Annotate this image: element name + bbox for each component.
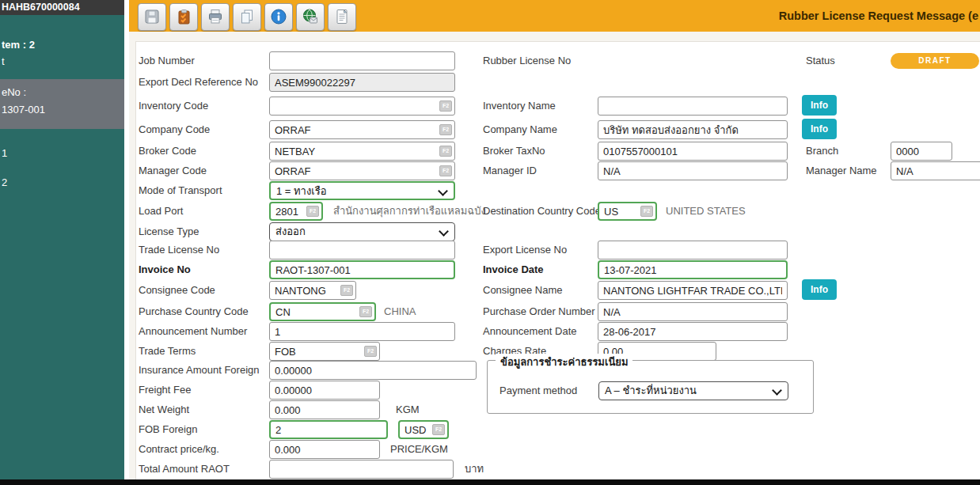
validate-clipboard-icon	[175, 8, 192, 25]
broker-code-input[interactable]	[270, 142, 454, 160]
company-info-button[interactable]: Info	[802, 119, 837, 139]
manager-id-input[interactable]	[598, 162, 787, 180]
info-icon[interactable]	[264, 3, 293, 31]
consignee-code-field: F2	[269, 281, 356, 300]
toolbar: Rubber License Request Message (e	[129, 0, 980, 32]
contract-price-input[interactable]	[270, 441, 379, 458]
f2-lookup-button[interactable]: F2	[364, 346, 377, 357]
send-message-icon	[302, 8, 319, 25]
fob-currency-field: F2	[398, 420, 449, 439]
consignee-info-button[interactable]: Info	[802, 279, 837, 300]
f2-lookup-button[interactable]: F2	[439, 165, 452, 176]
branch-input[interactable]	[891, 142, 952, 160]
broker-taxno-label: Broker TaxNo	[483, 142, 545, 161]
sidebar-item-2[interactable]: 2	[0, 176, 7, 188]
chevron-down-icon	[439, 226, 449, 237]
purchase-order-label: Purchase Order Number	[483, 302, 595, 321]
print-icon[interactable]	[201, 3, 230, 31]
broker-taxno-input[interactable]	[598, 142, 787, 160]
company-name-input[interactable]	[598, 121, 787, 138]
license-type-select[interactable]: ส่งออก	[269, 222, 455, 241]
fob-foreign-input[interactable]	[271, 422, 386, 438]
f2-lookup-button[interactable]: F2	[640, 206, 653, 217]
manager-code-label: Manager Code	[139, 161, 207, 180]
purchase-order-input[interactable]	[598, 303, 787, 320]
chevron-down-icon	[772, 385, 782, 396]
consignee-name-input[interactable]	[598, 282, 787, 299]
branch-field	[891, 142, 952, 161]
company-name-field	[598, 120, 788, 139]
invoice-no-input[interactable]	[271, 262, 454, 278]
invoice-date-input[interactable]	[599, 262, 786, 278]
broker-taxno-field	[598, 142, 788, 161]
sidebar-selected-line2: 1307-001	[2, 104, 45, 116]
freight-fee-input[interactable]	[270, 381, 379, 399]
trade-license-no-field	[269, 241, 455, 260]
save-icon	[143, 8, 161, 25]
destination-country-label: Destination Country Code	[483, 202, 601, 221]
trade-terms-input[interactable]	[270, 343, 379, 360]
trade-terms-field: F2	[269, 342, 380, 361]
destination-country-field: F2	[598, 202, 657, 221]
job-number-input[interactable]	[270, 52, 454, 70]
row-load-port: Load Port F2 สำนักงานศุลกากรท่าเรือแหลมฉ…	[129, 202, 980, 221]
row-inventory: Inventory Code F2 Inventory Name Info	[129, 97, 980, 116]
trade-terms-label: Trade Terms	[139, 342, 196, 361]
freight-fee-label: Freight Fee	[139, 381, 191, 400]
invoice-date-field	[598, 260, 788, 279]
manager-code-input[interactable]	[270, 162, 454, 180]
total-amount-input[interactable]	[270, 460, 453, 478]
company-code-input[interactable]	[270, 121, 454, 138]
f2-lookup-button[interactable]: F2	[432, 424, 445, 435]
announcement-date-input[interactable]	[598, 323, 787, 340]
send-message-icon[interactable]	[296, 3, 325, 31]
announcement-date-label: Announcement Date	[483, 322, 577, 341]
sidebar: HAHB670000084 tem : 2 t eNo : 1307-001 1…	[0, 0, 124, 479]
row-purchase-country: Purchase Country Code F2 CHINA Purchase …	[129, 302, 980, 321]
copy-icon[interactable]	[233, 3, 261, 31]
document-list-icon[interactable]	[328, 3, 356, 31]
save-icon[interactable]	[138, 3, 166, 31]
row-license-type: License Type ส่งออก	[129, 222, 980, 241]
announcement-number-field	[269, 322, 455, 341]
row-job-number: Job Number Rubber License No Status DRAF…	[129, 51, 980, 70]
mode-of-transport-select[interactable]: 1 = ทางเรือ	[269, 181, 455, 200]
total-amount-field	[269, 460, 454, 479]
inventory-info-button[interactable]: Info	[802, 95, 837, 116]
trade-license-no-input[interactable]	[270, 241, 454, 259]
license-type-label: License Type	[139, 222, 199, 241]
payment-method-select[interactable]: A – ชำระที่หน่วยงาน	[598, 381, 788, 400]
row-invoice: Invoice No Invoice Date	[129, 260, 980, 279]
payment-section: ข้อมูลการชำระค่าธรรมเนียม Payment method…	[487, 360, 814, 414]
f2-lookup-button[interactable]: F2	[340, 285, 353, 296]
f2-lookup-button[interactable]: F2	[306, 206, 319, 217]
inventory-code-input[interactable]	[270, 97, 454, 115]
inventory-code-field: F2	[269, 97, 455, 116]
consignee-code-label: Consignee Code	[139, 281, 215, 300]
f2-lookup-button[interactable]: F2	[359, 306, 372, 317]
invoice-no-label: Invoice No	[139, 260, 191, 279]
broker-code-field: F2	[269, 142, 455, 161]
sidebar-selected-invoice[interactable]: eNo : 1307-001	[0, 79, 124, 129]
inventory-code-label: Inventory Code	[139, 97, 208, 116]
manager-name-input[interactable]	[891, 162, 980, 180]
f2-lookup-button[interactable]: F2	[439, 124, 452, 135]
net-weight-input[interactable]	[270, 401, 379, 419]
inventory-name-input[interactable]	[598, 97, 787, 115]
announcement-number-input[interactable]	[270, 323, 454, 340]
export-license-no-input[interactable]	[598, 241, 787, 259]
load-port-description: สำนักงานศุลกากรท่าเรือแหลมฉบัง	[333, 202, 486, 221]
insurance-input[interactable]	[270, 362, 476, 379]
row-announcement: Announcement Number Announcement Date	[129, 322, 980, 341]
validate-clipboard-icon[interactable]	[169, 3, 198, 31]
company-name-label: Company Name	[483, 120, 557, 139]
company-code-label: Company Code	[139, 120, 210, 139]
manager-id-field	[598, 161, 788, 180]
row-mode-of-transport: Mode of Transport 1 = ทางเรือ	[129, 181, 980, 200]
f2-lookup-button[interactable]: F2	[439, 100, 452, 112]
status-badge: DRAFT	[891, 53, 979, 69]
row-total-amount: Total Amount RAOT บาท	[129, 460, 980, 479]
f2-lookup-button[interactable]: F2	[439, 146, 452, 157]
sidebar-item-1[interactable]: 1	[0, 147, 7, 159]
inventory-name-label: Inventory Name	[483, 97, 556, 116]
